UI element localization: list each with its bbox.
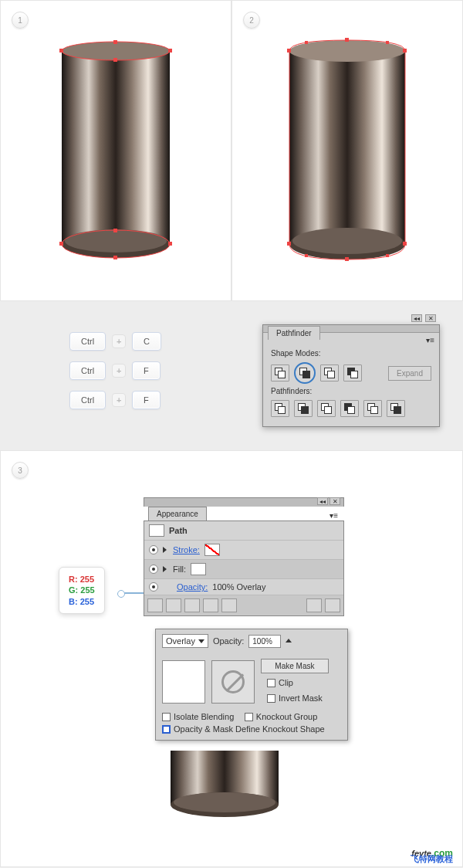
svg-rect-9 [113, 58, 117, 62]
mask-thumbnail[interactable] [211, 660, 255, 704]
expand-button[interactable]: Expand [388, 366, 431, 381]
svg-rect-21 [287, 242, 291, 246]
minus-front-button[interactable] [294, 362, 316, 384]
svg-rect-18 [287, 49, 291, 53]
svg-rect-0 [62, 51, 170, 244]
plus-icon: + [112, 334, 126, 348]
key-ctrl: Ctrl [69, 332, 106, 351]
svg-point-17 [292, 228, 402, 254]
knockout-group-checkbox[interactable] [245, 713, 253, 721]
svg-rect-22 [403, 242, 407, 246]
new-art-button[interactable] [147, 598, 163, 612]
cylinder-illustration-2 [248, 16, 447, 287]
delete-button[interactable] [325, 598, 340, 612]
step-3-panel: 3 R: 255 G: 255 B: 255 ◂◂ ✕ Appearance ▾… [0, 450, 463, 867]
opacity-stepper-icon[interactable] [286, 639, 292, 643]
clear-button[interactable] [221, 598, 237, 612]
rgb-values-callout: R: 255 G: 255 B: 255 [59, 567, 105, 614]
keyboard-shortcuts: Ctrl+C Ctrl+F Ctrl+F [69, 332, 161, 409]
path-row[interactable]: Path [144, 521, 343, 541]
watermark-sub: 飞特网教程 [411, 853, 453, 865]
add-fill-button[interactable] [184, 598, 200, 612]
expand-triangle-icon[interactable] [163, 547, 167, 553]
invert-mask-checkbox [267, 694, 275, 703]
fill-swatch-white[interactable] [191, 563, 206, 575]
appearance-footer [144, 595, 343, 615]
outline-button[interactable] [363, 400, 382, 417]
svg-rect-10 [59, 242, 63, 246]
plus-icon: + [112, 393, 126, 407]
flyout-menu-icon[interactable]: ▾≡ [426, 336, 434, 344]
add-stroke-button[interactable] [166, 598, 181, 612]
stroke-row[interactable]: Stroke: [144, 541, 343, 560]
step-badge-3: 3 [12, 462, 29, 479]
shape-modes-label: Shape Modes: [271, 349, 431, 358]
svg-rect-8 [113, 40, 117, 44]
cylinder-illustration-3 [163, 751, 286, 820]
stroke-swatch-none[interactable] [204, 544, 220, 556]
step-2-panel: 2 [231, 0, 463, 301]
fill-row[interactable]: Fill: [144, 560, 343, 579]
svg-rect-20 [345, 38, 349, 42]
make-mask-button[interactable]: Make Mask [261, 659, 329, 673]
define-knockout-checkbox[interactable] [162, 725, 171, 734]
transparency-panel: Overlay Opacity: 100% Make Mask Clip Inv… [155, 629, 348, 741]
isolate-blending-checkbox[interactable] [162, 713, 171, 721]
svg-rect-19 [403, 49, 407, 53]
key-f: F [132, 391, 161, 409]
add-effect-button[interactable] [203, 598, 218, 612]
svg-rect-25 [386, 41, 389, 44]
visibility-icon[interactable] [149, 582, 158, 592]
fill-label: Fill: [173, 565, 186, 574]
step-badge-1: 1 [12, 12, 29, 29]
opacity-label: Opacity: [213, 636, 244, 646]
opacity-input[interactable]: 100% [248, 635, 281, 648]
key-ctrl: Ctrl [69, 361, 106, 380]
divide-button[interactable] [271, 400, 289, 417]
crop-button[interactable] [340, 400, 359, 417]
chevron-down-icon [198, 639, 204, 643]
svg-rect-26 [305, 254, 308, 257]
trim-button[interactable] [294, 400, 313, 417]
object-thumbnail[interactable] [162, 660, 205, 704]
clip-checkbox [267, 679, 275, 687]
path-label: Path [169, 526, 188, 535]
svg-rect-6 [59, 49, 63, 53]
opacity-row[interactable]: Opacity: 100% Overlay [144, 579, 343, 595]
key-c: C [132, 332, 161, 351]
exclude-button[interactable] [343, 364, 362, 381]
close-icon[interactable]: ✕ [330, 497, 340, 505]
opacity-label[interactable]: Opacity: [177, 582, 208, 592]
minus-back-button[interactable] [387, 400, 405, 417]
rgb-red: R: 255 [69, 574, 95, 585]
rgb-green: G: 255 [69, 585, 95, 595]
visibility-icon[interactable] [149, 545, 158, 554]
visibility-icon[interactable] [149, 565, 158, 574]
step-1-panel: 1 [0, 0, 231, 301]
flyout-menu-icon[interactable]: ▾≡ [330, 511, 338, 520]
pathfinders-label: Pathfinders: [271, 387, 431, 395]
svg-rect-24 [305, 41, 308, 44]
svg-rect-13 [113, 256, 117, 259]
collapse-icon[interactable]: ◂◂ [317, 497, 328, 505]
svg-rect-11 [168, 242, 172, 246]
unite-button[interactable] [271, 364, 289, 381]
collapse-icon[interactable]: ◂◂ [411, 314, 422, 322]
expand-triangle-icon[interactable] [163, 566, 167, 572]
cylinder-illustration-1 [16, 16, 215, 287]
pathfinder-tab[interactable]: Pathfinder [268, 326, 320, 340]
appearance-panel: ◂◂ ✕ Appearance ▾≡ Path Stroke: Fill: [144, 497, 344, 616]
merge-button[interactable] [317, 400, 336, 417]
intersect-button[interactable] [320, 364, 339, 381]
close-icon[interactable]: ✕ [425, 314, 436, 322]
stroke-label[interactable]: Stroke: [173, 545, 200, 554]
blend-mode-select[interactable]: Overlay [162, 634, 208, 648]
rgb-blue: B: 255 [69, 596, 95, 607]
opacity-value: 100% Overlay [212, 582, 265, 592]
svg-rect-27 [386, 254, 389, 257]
shortcuts-section: Ctrl+C Ctrl+F Ctrl+F ◂◂ ✕ Pathfinder ▾≡ … [0, 301, 463, 450]
plus-icon: + [112, 364, 126, 378]
appearance-tab[interactable]: Appearance [148, 507, 207, 520]
duplicate-button[interactable] [306, 598, 322, 612]
pathfinder-panel: ◂◂ ✕ Pathfinder ▾≡ Shape Modes: Expand P… [262, 324, 440, 427]
